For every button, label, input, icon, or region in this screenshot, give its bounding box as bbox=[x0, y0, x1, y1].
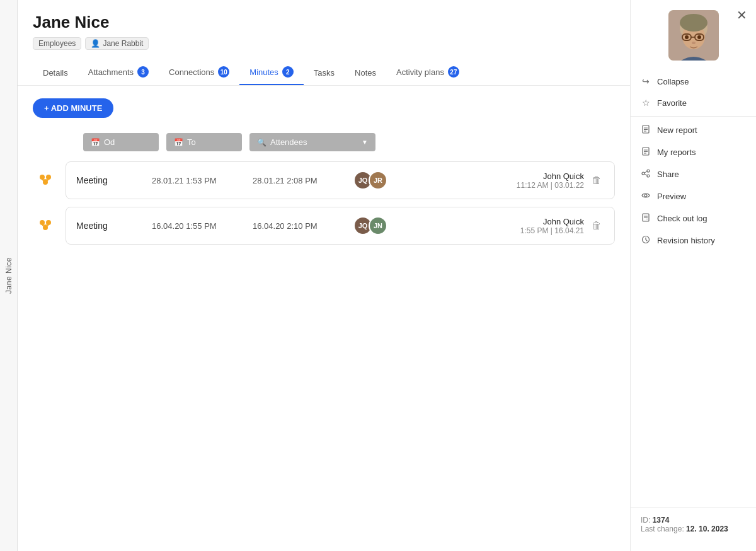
search-icon: 🔍 bbox=[257, 138, 266, 147]
last-change-value: 12. 10. 2023 bbox=[686, 525, 728, 533]
filters-row: 📅 Od 📅 To 🔍 Attendees ▼ bbox=[33, 133, 615, 151]
avatar: JR bbox=[369, 171, 387, 190]
modal-overlay: Jane Nice Jane Nice Employees 👤 Jane Rab… bbox=[0, 0, 756, 551]
calendar-icon-to: 📅 bbox=[174, 138, 183, 147]
to-filter[interactable]: 📅 To bbox=[166, 133, 242, 151]
attendees-filter[interactable]: 🔍 Attendees ▼ bbox=[249, 133, 375, 151]
tabs-row: Details Attachments 3 Connections 10 Min… bbox=[33, 60, 615, 85]
meeting-attendees-2: JQ JN bbox=[353, 216, 404, 235]
page-title: Jane Nice bbox=[33, 13, 615, 32]
meeting-info-1: John Quick 11:12 AM | 03.01.22 bbox=[404, 171, 589, 190]
svg-point-31 bbox=[642, 172, 644, 175]
collapse-icon: ↪ bbox=[641, 76, 651, 86]
tab-details[interactable]: Details bbox=[33, 62, 78, 85]
meeting-info-2: John Quick 1:55 PM | 16.04.21 bbox=[404, 217, 589, 235]
add-minute-button[interactable]: + ADD MINUTE bbox=[33, 98, 113, 118]
meeting-icon-2 bbox=[33, 213, 58, 238]
activity-plans-badge: 27 bbox=[448, 66, 459, 78]
svg-point-19 bbox=[685, 35, 689, 39]
right-sidebar: ✕ bbox=[630, 0, 756, 551]
svg-point-35 bbox=[644, 194, 647, 197]
new-report-button[interactable]: New report bbox=[631, 119, 756, 141]
svg-point-32 bbox=[647, 175, 650, 177]
vertical-label: Jane Nice bbox=[0, 0, 18, 551]
minutes-badge: 2 bbox=[282, 66, 294, 78]
meeting-row: Meeting 16.04.20 1:55 PM 16.04.20 2:10 P… bbox=[33, 207, 615, 245]
favorite-button[interactable]: ☆ Favorite bbox=[631, 92, 756, 113]
svg-point-20 bbox=[697, 35, 701, 39]
document-icon bbox=[641, 125, 651, 136]
sidebar-meta: ID: 1374 Last change: 12. 10. 2023 bbox=[631, 508, 756, 541]
tab-connections[interactable]: Connections 10 bbox=[159, 60, 239, 85]
meeting-attendees-1: JQ JR bbox=[353, 171, 404, 190]
meeting-card-1[interactable]: Meeting 28.01.21 1:53 PM 28.01.21 2:08 P… bbox=[66, 161, 615, 199]
from-filter[interactable]: 📅 Od bbox=[83, 133, 159, 151]
id-value: 1374 bbox=[653, 516, 670, 525]
svg-point-7 bbox=[46, 220, 51, 225]
meeting-icon-1 bbox=[33, 168, 58, 193]
favorite-icon: ☆ bbox=[641, 98, 651, 108]
svg-point-15 bbox=[680, 14, 707, 32]
attachments-badge: 3 bbox=[137, 66, 149, 78]
body-content: + ADD MINUTE 📅 Od 📅 To 🔍 Attendees ▼ bbox=[18, 86, 630, 551]
collapse-button[interactable]: ↪ Collapse bbox=[631, 71, 756, 92]
meetings-list: Meeting 28.01.21 1:53 PM 28.01.21 2:08 P… bbox=[33, 161, 615, 245]
chevron-down-icon: ▼ bbox=[362, 139, 368, 146]
svg-point-30 bbox=[647, 170, 650, 172]
svg-line-34 bbox=[644, 174, 647, 175]
breadcrumb-jane-rabbit[interactable]: 👤 Jane Rabbit bbox=[85, 37, 149, 50]
divider bbox=[631, 116, 756, 117]
id-field: ID: 1374 bbox=[641, 516, 746, 525]
breadcrumb-employees[interactable]: Employees bbox=[33, 37, 81, 50]
revision-history-button[interactable]: Revision history bbox=[631, 229, 756, 252]
my-reports-button[interactable]: My reports bbox=[631, 141, 756, 163]
share-button[interactable]: Share bbox=[631, 163, 756, 185]
share-icon bbox=[641, 169, 651, 180]
svg-point-21 bbox=[692, 42, 696, 44]
tab-notes[interactable]: Notes bbox=[345, 62, 386, 85]
meeting-row: Meeting 28.01.21 1:53 PM 28.01.21 2:08 P… bbox=[33, 161, 615, 199]
preview-button[interactable]: Preview bbox=[631, 185, 756, 207]
history-icon bbox=[641, 235, 651, 246]
document-icon-2 bbox=[641, 147, 651, 158]
delete-meeting-1-button[interactable]: 🗑 bbox=[589, 172, 604, 188]
breadcrumb: Employees 👤 Jane Rabbit bbox=[33, 37, 615, 50]
connections-badge: 10 bbox=[218, 66, 229, 78]
tab-minutes[interactable]: Minutes 2 bbox=[239, 60, 304, 85]
svg-point-1 bbox=[46, 175, 51, 180]
tab-tasks[interactable]: Tasks bbox=[304, 62, 345, 85]
meeting-card-2[interactable]: Meeting 16.04.20 1:55 PM 16.04.20 2:10 P… bbox=[66, 207, 615, 245]
delete-meeting-2-button[interactable]: 🗑 bbox=[589, 218, 604, 234]
eye-icon bbox=[641, 191, 651, 202]
sidebar-actions: ↪ Collapse ☆ Favorite New report bbox=[631, 71, 756, 252]
main-content: Jane Nice Employees 👤 Jane Rabbit Detail… bbox=[18, 0, 630, 551]
checkout-log-button[interactable]: Check out log bbox=[631, 207, 756, 229]
svg-line-33 bbox=[644, 171, 647, 173]
log-icon bbox=[641, 213, 651, 224]
avatar: JN bbox=[369, 216, 387, 235]
tab-activity-plans[interactable]: Activity plans 27 bbox=[386, 60, 469, 85]
tab-attachments[interactable]: Attachments 3 bbox=[78, 60, 159, 85]
profile-photo bbox=[668, 10, 719, 61]
svg-point-6 bbox=[40, 220, 45, 225]
person-icon: 👤 bbox=[91, 39, 100, 48]
close-button[interactable]: ✕ bbox=[736, 9, 747, 21]
last-change-field: Last change: 12. 10. 2023 bbox=[641, 525, 746, 533]
calendar-icon: 📅 bbox=[91, 138, 100, 147]
svg-point-0 bbox=[40, 175, 45, 180]
header: Jane Nice Employees 👤 Jane Rabbit Detail… bbox=[18, 0, 630, 86]
